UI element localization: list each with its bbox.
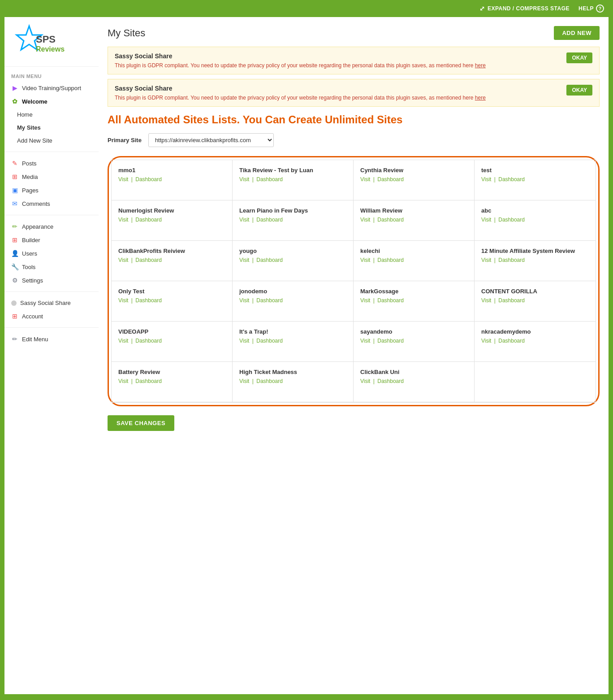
site-visit-link[interactable]: Visit: [481, 297, 491, 304]
divider-2: [4, 215, 99, 215]
site-visit-link[interactable]: Visit: [360, 378, 370, 384]
site-visit-link[interactable]: Visit: [481, 176, 491, 183]
site-dashboard-link[interactable]: Dashboard: [498, 297, 525, 304]
site-visit-link[interactable]: Visit: [239, 338, 249, 344]
site-visit-link[interactable]: Visit: [118, 176, 128, 183]
expand-compress-btn[interactable]: ⤢ EXPAND / COMPRESS STAGE: [479, 5, 570, 12]
site-name: High Ticket Madness: [239, 369, 346, 375]
site-name: It's a Trap!: [239, 328, 346, 335]
logo-svg: SPS Reviews: [11, 24, 83, 60]
welcome-icon: ✿: [11, 98, 18, 105]
sidebar-item-tools[interactable]: 🔧 Tools: [4, 260, 99, 274]
sidebar-label-add-new-site: Add New Site: [17, 137, 52, 144]
notice-2-okay-btn[interactable]: OKAY: [566, 85, 592, 96]
site-links: Visit | Dashboard: [239, 338, 346, 344]
site-dashboard-link[interactable]: Dashboard: [256, 378, 283, 384]
sidebar-item-builder[interactable]: ⊞ Builder: [4, 233, 99, 247]
account-icon: ⊞: [11, 313, 18, 320]
site-cell: [475, 362, 596, 402]
sidebar-item-video-training[interactable]: ▶ Video Training/Support: [4, 81, 99, 95]
site-name: sayandemo: [360, 328, 467, 335]
site-links: Visit | Dashboard: [360, 378, 467, 384]
site-links: Visit | Dashboard: [239, 217, 346, 223]
save-changes-button[interactable]: SAVE CHANGES: [108, 415, 174, 431]
site-visit-link[interactable]: Visit: [118, 338, 128, 344]
sidebar-item-posts[interactable]: ✎ Posts: [4, 157, 99, 170]
site-dashboard-link[interactable]: Dashboard: [135, 257, 162, 263]
site-visit-link[interactable]: Visit: [118, 297, 128, 304]
site-visit-link[interactable]: Visit: [360, 176, 370, 183]
site-visit-link[interactable]: Visit: [118, 257, 128, 263]
site-dashboard-link[interactable]: Dashboard: [135, 338, 162, 344]
site-visit-link[interactable]: Visit: [481, 217, 491, 223]
site-dashboard-link[interactable]: Dashboard: [256, 176, 283, 183]
add-new-button[interactable]: ADD NEW: [554, 26, 600, 40]
sidebar-item-comments[interactable]: ✉ Comments: [4, 197, 99, 210]
site-cell: abcVisit | Dashboard: [475, 200, 596, 241]
video-icon: ▶: [11, 84, 18, 91]
sidebar-label-welcome: Welcome: [22, 98, 47, 105]
site-dashboard-link[interactable]: Dashboard: [135, 378, 162, 384]
site-dashboard-link[interactable]: Dashboard: [135, 217, 162, 223]
site-dashboard-link[interactable]: Dashboard: [498, 176, 525, 183]
site-dashboard-link[interactable]: Dashboard: [256, 338, 283, 344]
sites-grid: mmo1Visit | DashboardTika Review - Test …: [111, 160, 596, 403]
primary-site-select[interactable]: https://akinreview.clikbankprofits.com: [148, 133, 274, 147]
site-visit-link[interactable]: Visit: [118, 217, 128, 223]
sidebar-item-media[interactable]: ⊞ Media: [4, 170, 99, 183]
site-cell: testVisit | Dashboard: [475, 160, 596, 200]
sidebar-item-edit-menu[interactable]: ✏ Edit Menu: [4, 332, 99, 346]
notice-1-okay-btn[interactable]: OKAY: [566, 52, 592, 63]
divider-1: [4, 152, 99, 152]
site-dashboard-link[interactable]: Dashboard: [256, 217, 283, 223]
site-link-separator: |: [371, 217, 376, 223]
site-dashboard-link[interactable]: Dashboard: [498, 338, 525, 344]
site-visit-link[interactable]: Visit: [360, 297, 370, 304]
site-dashboard-link[interactable]: Dashboard: [135, 297, 162, 304]
sidebar-item-account[interactable]: ⊞ Account: [4, 309, 99, 323]
sidebar-label-home: Home: [17, 111, 33, 118]
divider-3: [4, 291, 99, 292]
site-links: Visit | Dashboard: [118, 378, 225, 384]
site-dashboard-link[interactable]: Dashboard: [377, 257, 404, 263]
site-dashboard-link[interactable]: Dashboard: [377, 217, 404, 223]
sidebar-item-welcome[interactable]: ✿ Welcome: [4, 95, 99, 108]
site-visit-link[interactable]: Visit: [360, 338, 370, 344]
notice-1-content: Sassy Social Share This plugin is GDPR c…: [115, 52, 486, 69]
notice-2-link[interactable]: here: [475, 95, 486, 101]
site-dashboard-link[interactable]: Dashboard: [256, 257, 283, 263]
site-visit-link[interactable]: Visit: [239, 378, 249, 384]
site-dashboard-link[interactable]: Dashboard: [498, 217, 525, 223]
sidebar-label-posts: Posts: [22, 160, 37, 167]
site-dashboard-link[interactable]: Dashboard: [256, 297, 283, 304]
site-visit-link[interactable]: Visit: [360, 217, 370, 223]
site-dashboard-link[interactable]: Dashboard: [135, 176, 162, 183]
sidebar-item-users[interactable]: 👤 Users: [4, 247, 99, 260]
site-dashboard-link[interactable]: Dashboard: [377, 176, 404, 183]
sidebar-label-builder: Builder: [22, 237, 40, 243]
site-links: Visit | Dashboard: [239, 257, 346, 263]
help-btn[interactable]: HELP ?: [578, 4, 604, 13]
sidebar-item-add-new-site[interactable]: Add New Site: [4, 134, 99, 147]
site-visit-link[interactable]: Visit: [239, 176, 249, 183]
sidebar-item-home[interactable]: Home: [4, 108, 99, 121]
site-visit-link[interactable]: Visit: [239, 257, 249, 263]
site-dashboard-link[interactable]: Dashboard: [377, 297, 404, 304]
sidebar-item-pages[interactable]: ▣ Pages: [4, 183, 99, 197]
notice-1-link[interactable]: here: [475, 62, 486, 69]
site-visit-link[interactable]: Visit: [360, 257, 370, 263]
sidebar-item-sassy-social-share[interactable]: Sassy Social Share: [4, 296, 99, 309]
site-dashboard-link[interactable]: Dashboard: [377, 378, 404, 384]
site-visit-link[interactable]: Visit: [118, 378, 128, 384]
site-visit-link[interactable]: Visit: [481, 338, 491, 344]
site-dashboard-link[interactable]: Dashboard: [498, 257, 525, 263]
sidebar-item-my-sites[interactable]: My Sites: [4, 121, 99, 134]
site-dashboard-link[interactable]: Dashboard: [377, 338, 404, 344]
site-visit-link[interactable]: Visit: [481, 257, 491, 263]
site-cell: Only TestVisit | Dashboard: [112, 281, 233, 322]
sidebar-item-settings[interactable]: ⚙ Settings: [4, 274, 99, 287]
sidebar: SPS Reviews Main Menu ▶ Video Training/S…: [4, 17, 99, 694]
site-visit-link[interactable]: Visit: [239, 297, 249, 304]
site-visit-link[interactable]: Visit: [239, 217, 249, 223]
sidebar-item-appearance[interactable]: ✏ Appearance: [4, 220, 99, 233]
